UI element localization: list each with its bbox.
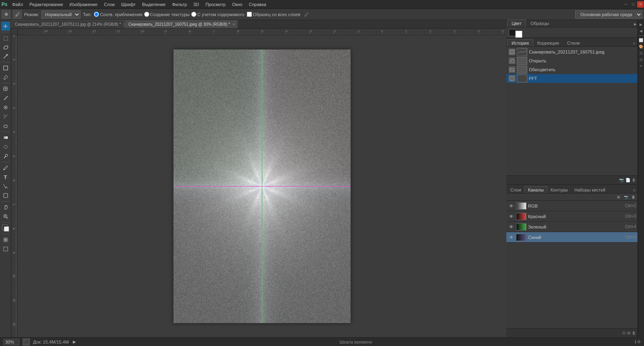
channel-green-shortcut: Ctrl+4 [625,224,636,229]
tab-0[interactable]: Сканировать_20211207_16075111.jpg @ 214%… [11,20,124,28]
minimize-button[interactable]: ─ [623,1,629,8]
layers-toolbar-btn-1[interactable]: ⊞ [616,194,621,200]
tool-shape[interactable] [1,191,10,200]
tool-eraser[interactable] [1,122,10,130]
new-snapshot-btn[interactable]: 📷 [619,178,624,182]
tool-lasso[interactable] [1,43,10,51]
radio-content-aware[interactable]: С учетом содержимого [191,12,244,17]
tool-blur[interactable] [1,142,10,151]
svg-rect-34 [516,234,526,241]
panel-icon-7[interactable]: ≡ [638,63,644,69]
channel-rgb[interactable]: 👁 RGB Ctrl+2 [506,201,638,211]
channel-green-visibility[interactable]: 👁 [508,224,514,230]
zoom-icon[interactable]: ⬛ [23,338,30,346]
tab-layers[interactable]: Слои [507,187,524,193]
background-swatch[interactable] [515,31,522,38]
tool-screen-mode[interactable] [1,245,10,253]
new-document-btn[interactable]: 📄 [625,178,630,182]
tab-styles[interactable]: Стили [563,40,584,46]
all-layers-label[interactable]: Образец со всех слоев [247,12,300,17]
channel-red-visibility[interactable]: 👁 [508,213,514,220]
menu-file[interactable]: Файл [9,1,26,8]
menu-font[interactable]: Шрифт [118,1,139,8]
channel-blue-visibility[interactable]: 👁 [508,234,514,241]
doc-info-arrow[interactable]: ▶ [72,340,77,344]
menu-view[interactable]: Просмотр [202,1,229,8]
tool-brush[interactable] [1,94,10,103]
panel-icon-5[interactable]: ⊡ [638,50,644,56]
tool-dodge[interactable] [1,152,10,161]
menu-3d[interactable]: 3D [190,1,202,8]
radio-texture[interactable]: Создание текстуры [144,12,190,17]
tool-hand[interactable] [1,203,10,212]
panel-expand-icon[interactable]: ▶ [634,22,637,26]
history-item-3[interactable]: FFT [506,74,638,83]
tool-move[interactable]: ✛ [1,22,10,31]
tab-1-close[interactable]: ✕ [231,23,236,27]
panel-icon-6[interactable]: ◎ [638,57,644,62]
panel-icon-4[interactable]: 🎨 [638,44,644,49]
tool-marquee[interactable]: ⬚ [1,33,10,42]
tool-history-brush[interactable] [1,112,10,121]
tool-mask[interactable] [1,235,10,244]
tab-samples[interactable]: Образцы [526,20,553,27]
menu-window[interactable]: Окно [229,1,246,8]
history-item-0[interactable]: Сканировать_20211207_160751.jpeg [506,47,638,56]
menu-help[interactable]: Справка [246,1,269,8]
tab-correction[interactable]: Коррекция [533,40,563,46]
foreground-color[interactable] [1,224,10,233]
tool-crop[interactable] [1,64,10,72]
tab-channels[interactable]: Каналы [524,186,547,193]
menu-image[interactable]: Изображение [66,1,101,8]
panel-icon-1[interactable]: ▶ [638,22,644,27]
tool-wand[interactable] [1,52,10,61]
layers-toolbar-btn-3[interactable]: 🗑 [630,194,636,200]
panel-icon-2[interactable]: ◀ [638,28,644,34]
maximize-button[interactable]: □ [630,1,636,8]
zoom-input[interactable]: 30% [3,339,19,345]
settings-icon[interactable]: ⚙ [637,340,641,344]
history-item-1[interactable]: Открыть [506,56,638,65]
tab-1[interactable]: Сканировать_20211207_160751.jpeg @ 30% (… [125,20,237,28]
delete-state-btn[interactable]: 🗑 [632,178,636,182]
channel-green[interactable]: 👁 Зеленый Ctrl+4 [506,222,638,232]
tab-history[interactable]: История [507,39,533,46]
channel-rgb-visibility[interactable]: 👁 [508,203,514,209]
brush-options-icon[interactable]: 🖊 [304,12,309,17]
ch-btn-1[interactable]: ⊡ [622,331,625,335]
canvas-area: Сканировать_20211207_16075111.jpg @ 214%… [11,20,506,337]
options-tool-icon2[interactable]: 🖊 [13,10,22,19]
tool-patch[interactable] [1,84,10,93]
tool-gradient[interactable] [1,133,10,142]
tool-text[interactable]: T [1,173,10,181]
menu-filter[interactable]: Фильтр [169,1,190,8]
layers-toolbar-btn-2[interactable]: 📷 [623,194,629,200]
tool-zoom[interactable] [1,212,10,221]
menu-select[interactable]: Выделение [139,1,169,8]
close-button[interactable]: ✕ [637,1,644,8]
tool-eyedropper[interactable] [1,73,10,82]
history-panel-menu[interactable]: ≡ [632,41,637,46]
tab-paths[interactable]: Контуры [547,187,571,193]
svg-rect-31 [516,203,526,209]
radio-approx[interactable]: Соотв. приближения [94,12,142,17]
ch-btn-3[interactable]: 🗑 [632,331,636,335]
channel-blue[interactable]: 👁 Синий Ctrl+5 [506,232,638,243]
fft-canvas [173,49,351,323]
workspace-select[interactable]: Основная рабочая среда [575,10,642,19]
menu-edit[interactable]: Редактирование [26,1,66,8]
channel-red[interactable]: 👁 Красный Ctrl+3 [506,211,638,222]
tool-clone[interactable] [1,103,10,112]
canvas-viewport[interactable] [18,35,506,337]
tab-color[interactable]: Цвет [507,20,526,27]
channels-panel-menu[interactable]: ≡ [632,187,637,193]
tool-path-select[interactable] [1,182,10,191]
ch-btn-2[interactable]: ⊞ [627,331,630,335]
history-item-2[interactable]: Обесцветить [506,65,638,74]
tool-pen[interactable] [1,163,10,172]
mode-select[interactable]: Нормальный [41,10,80,19]
tab-brush-presets[interactable]: Наборы кистей [571,187,609,193]
options-tool-icon[interactable]: ⊕ [2,10,10,19]
menu-layers[interactable]: Слои [101,1,118,8]
panel-icon-3[interactable]: ⬜ [638,37,644,43]
